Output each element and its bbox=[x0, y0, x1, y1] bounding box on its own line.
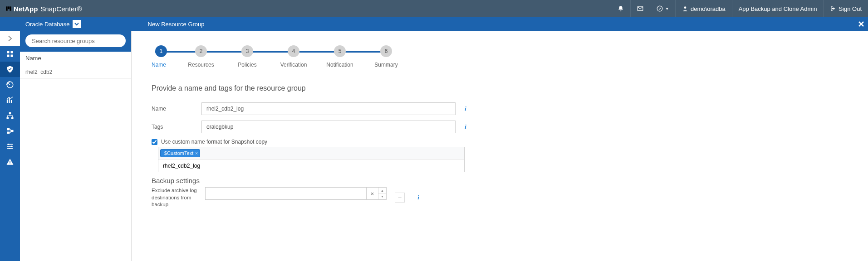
step-summary[interactable]: 6 Summary bbox=[363, 45, 409, 68]
step-resources[interactable]: 2 Resources bbox=[178, 45, 224, 68]
chevron-right-icon bbox=[6, 34, 14, 43]
user-icon bbox=[682, 5, 688, 12]
nav-storage[interactable] bbox=[0, 123, 20, 139]
svg-rect-6 bbox=[7, 51, 9, 53]
svg-rect-20 bbox=[10, 161, 10, 163]
svg-point-18 bbox=[11, 146, 12, 147]
nav-alerts[interactable] bbox=[0, 154, 20, 169]
svg-rect-0 bbox=[6, 6, 7, 10]
custom-name-input[interactable] bbox=[158, 159, 464, 172]
svg-point-17 bbox=[8, 144, 10, 145]
signout-icon bbox=[830, 5, 836, 12]
step-name[interactable]: 1 Name bbox=[152, 45, 178, 68]
grid-icon bbox=[6, 50, 14, 58]
context-selector[interactable]: Oracle Database bbox=[20, 17, 86, 31]
mail-icon bbox=[637, 5, 643, 12]
custom-name-box: $CustomText × bbox=[158, 147, 465, 172]
close-button[interactable] bbox=[854, 17, 868, 31]
step-notification[interactable]: 5 Notification bbox=[317, 45, 363, 68]
shield-icon bbox=[6, 65, 14, 73]
svg-rect-1 bbox=[8, 6, 10, 9]
help-button[interactable]: ? ▼ bbox=[650, 0, 675, 17]
search-input[interactable] bbox=[25, 34, 126, 47]
bell-icon bbox=[618, 5, 624, 12]
storage-icon bbox=[6, 127, 14, 135]
svg-rect-11 bbox=[9, 112, 11, 114]
nav-dashboard[interactable] bbox=[0, 46, 20, 62]
name-input[interactable] bbox=[201, 102, 456, 115]
info-icon[interactable]: i bbox=[462, 123, 469, 130]
svg-rect-14 bbox=[7, 128, 10, 130]
sliders-icon bbox=[6, 142, 14, 150]
exclude-input[interactable] bbox=[205, 187, 367, 200]
svg-point-5 bbox=[684, 6, 687, 9]
svg-rect-12 bbox=[7, 117, 9, 119]
svg-rect-7 bbox=[11, 51, 13, 53]
brand-logo: NetApp bbox=[5, 5, 38, 13]
custom-name-checkbox[interactable] bbox=[152, 139, 157, 145]
brand-product: SnapCenter® bbox=[40, 5, 82, 13]
nav-rail bbox=[0, 31, 20, 261]
clear-button[interactable]: × bbox=[367, 187, 378, 200]
sign-out-button[interactable]: Sign Out bbox=[823, 0, 868, 17]
nav-monitor[interactable] bbox=[0, 77, 20, 92]
notifications-button[interactable] bbox=[611, 0, 630, 17]
svg-rect-15 bbox=[7, 132, 10, 134]
chevron-down-icon bbox=[73, 20, 81, 28]
nav-hosts[interactable] bbox=[0, 108, 20, 123]
user-label: demo\oradba bbox=[691, 5, 726, 12]
spinner: ▲ ▼ bbox=[378, 187, 387, 200]
step-verification[interactable]: 4 Verification bbox=[270, 45, 317, 68]
nav-expand[interactable] bbox=[0, 31, 20, 46]
step-policies[interactable]: 3 Policies bbox=[224, 45, 270, 68]
remove-tag-icon[interactable]: × bbox=[195, 151, 198, 156]
custom-text-tag[interactable]: $CustomText × bbox=[160, 149, 200, 157]
info-icon[interactable]: i bbox=[462, 105, 469, 112]
exclude-label: Exclude archive log destinations from ba… bbox=[152, 187, 201, 208]
hierarchy-icon bbox=[6, 111, 14, 120]
messages-button[interactable] bbox=[630, 0, 650, 17]
svg-rect-16 bbox=[11, 130, 14, 132]
help-icon: ? bbox=[657, 5, 663, 12]
spinner-down[interactable]: ▼ bbox=[378, 194, 386, 200]
nav-resources[interactable] bbox=[0, 62, 20, 77]
gauge-icon bbox=[6, 81, 14, 89]
svg-rect-2 bbox=[10, 6, 11, 10]
side-panel: Name rhel2_cdb2 bbox=[20, 31, 132, 261]
svg-text:?: ? bbox=[659, 7, 661, 11]
backup-settings-heading: Backup settings bbox=[152, 177, 848, 184]
list-item[interactable]: rhel2_cdb2 bbox=[20, 65, 131, 79]
role-label[interactable]: App Backup and Clone Admin bbox=[732, 0, 824, 17]
context-label: Oracle Database bbox=[25, 21, 70, 28]
info-icon[interactable]: i bbox=[415, 194, 422, 201]
custom-name-label: Use custom name format for Snapshot copy bbox=[161, 139, 267, 145]
wizard-content: 1 Name 2 Resources 3 Policies 4 Verifica… bbox=[132, 31, 868, 261]
svg-rect-9 bbox=[11, 55, 13, 57]
form-heading: Provide a name and tags for the resource… bbox=[152, 84, 848, 92]
nav-settings[interactable] bbox=[0, 139, 20, 154]
svg-rect-8 bbox=[7, 55, 9, 57]
close-icon bbox=[858, 20, 865, 28]
name-label: Name bbox=[152, 106, 201, 112]
tags-label: Tags bbox=[152, 124, 201, 130]
brand-company: NetApp bbox=[14, 5, 38, 13]
user-menu[interactable]: demo\oradba bbox=[675, 0, 732, 17]
alert-icon bbox=[6, 158, 14, 166]
svg-point-19 bbox=[9, 148, 10, 149]
remove-row-button[interactable]: − bbox=[395, 193, 405, 203]
brand: NetApp SnapCenter® bbox=[0, 5, 87, 13]
page-title: New Resource Group bbox=[141, 21, 205, 28]
list-header-name[interactable]: Name bbox=[20, 52, 131, 65]
spinner-up[interactable]: ▲ bbox=[378, 188, 386, 194]
wizard-steps: 1 Name 2 Resources 3 Policies 4 Verifica… bbox=[152, 45, 848, 68]
svg-rect-21 bbox=[10, 164, 10, 164]
nav-reports[interactable] bbox=[0, 92, 20, 108]
tags-input[interactable] bbox=[201, 121, 456, 133]
svg-rect-13 bbox=[11, 117, 14, 119]
chart-icon bbox=[6, 96, 14, 104]
